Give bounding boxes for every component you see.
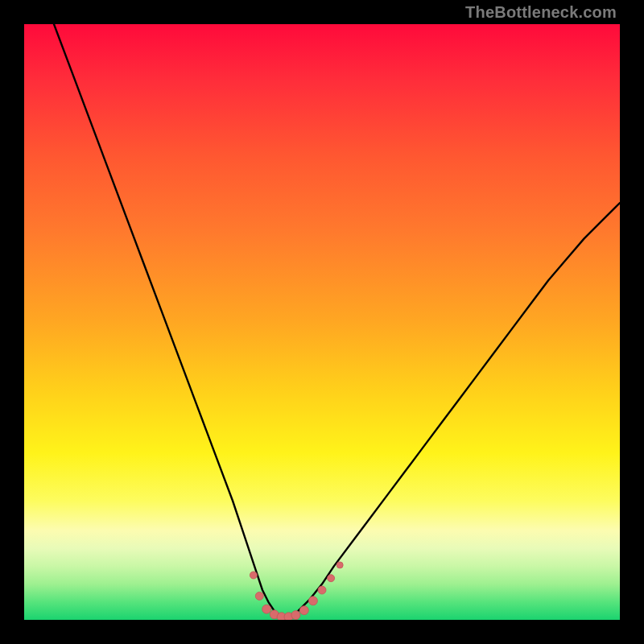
chart-frame: TheBottleneck.com (0, 0, 644, 644)
marker-dot (291, 611, 300, 620)
marker-dot (255, 592, 263, 600)
plot-area (24, 24, 620, 620)
marker-dot (250, 572, 257, 579)
curve-svg (24, 24, 620, 620)
bottleneck-curve (54, 24, 620, 617)
marker-dot (299, 606, 308, 615)
marker-dot (318, 586, 326, 594)
watermark-text: TheBottleneck.com (465, 3, 617, 22)
marker-dot (308, 597, 317, 605)
marker-dot (336, 562, 343, 568)
marker-dot (328, 575, 335, 582)
marker-dot (262, 605, 271, 613)
